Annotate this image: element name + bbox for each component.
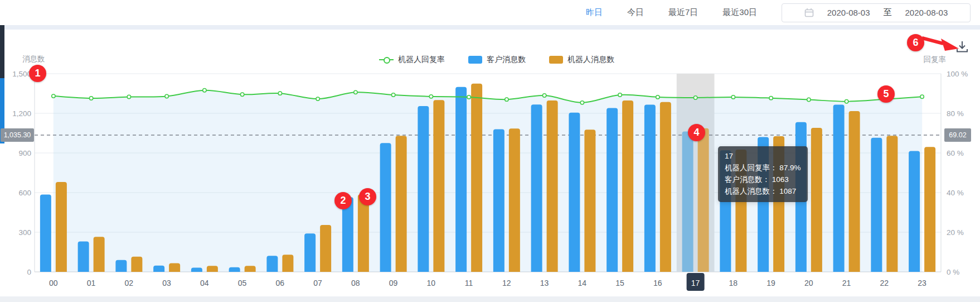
robot-messages-bar-11[interactable] — [471, 84, 482, 272]
x-axis-label-13: 13 — [540, 279, 549, 287]
reply-rate-point-13 — [542, 94, 546, 97]
customer-messages-bar-23[interactable] — [909, 151, 920, 272]
customer-messages-bar-13[interactable] — [531, 104, 542, 272]
reply-rate-point-16 — [656, 95, 659, 99]
annotation-badge-2: 2 — [334, 192, 352, 209]
robot-messages-bar-13[interactable] — [547, 100, 558, 272]
customer-messages-bar-11[interactable] — [455, 87, 467, 272]
x-axis-label-21: 21 — [842, 279, 851, 287]
reply-rate-point-17 — [693, 96, 697, 99]
x-axis-label-23: 23 — [918, 279, 926, 287]
robot-messages-bar-15[interactable] — [622, 100, 633, 272]
customer-messages-bar-05[interactable] — [229, 267, 240, 272]
right-tick-60: 60 % — [947, 149, 964, 157]
robot-messages-bar-17[interactable] — [698, 128, 709, 272]
robot-messages-bar-23[interactable] — [924, 147, 935, 272]
robot-messages-bar-21[interactable] — [849, 111, 860, 272]
customer-messages-bar-12[interactable] — [493, 129, 504, 272]
robot-messages-bar-06[interactable] — [282, 255, 293, 272]
x-axis-label-08: 08 — [351, 279, 360, 287]
right-axis-title: 回复率 — [914, 55, 946, 65]
x-axis-label-20: 20 — [804, 279, 813, 287]
robot-messages-bar-07[interactable] — [320, 225, 331, 272]
robot-messages-bar-01[interactable] — [94, 237, 105, 272]
robot-messages-bar-20[interactable] — [811, 128, 822, 272]
customer-messages-bar-10[interactable] — [418, 106, 429, 272]
x-axis-label-22: 22 — [880, 279, 889, 287]
customer-messages-bar-22[interactable] — [871, 138, 882, 272]
customer-messages-bar-03[interactable] — [153, 266, 164, 272]
robot-messages-bar-04[interactable] — [207, 266, 218, 272]
reply-rate-point-04 — [203, 89, 206, 92]
robot-messages-bar-02[interactable] — [131, 257, 142, 272]
reply-rate-point-12 — [505, 98, 508, 101]
robot-messages-bar-08[interactable] — [358, 195, 369, 272]
average-value-right-label: 69.02 — [944, 128, 971, 142]
left-tick-1500: 1,500 — [12, 70, 31, 78]
annotation-badge-6: 6 — [907, 34, 924, 51]
right-tick-100: 100 % — [947, 70, 968, 78]
reply-rate-point-00 — [52, 94, 55, 98]
x-axis-label-06: 06 — [276, 279, 285, 287]
left-tick-0: 0 — [27, 268, 31, 276]
customer-messages-bar-04[interactable] — [191, 267, 202, 272]
customer-messages-bar-21[interactable] — [833, 104, 845, 272]
legend-item-0[interactable]: 机器人回复率 — [379, 55, 445, 65]
reply-rate-point-01 — [89, 97, 93, 100]
left-tick-600: 600 — [18, 189, 31, 197]
legend-item-2[interactable]: 机器人消息数 — [549, 55, 614, 65]
robot-messages-bar-14[interactable] — [584, 130, 595, 272]
robot-messages-bar-16[interactable] — [660, 102, 671, 272]
customer-messages-bar-07[interactable] — [304, 233, 316, 272]
robot-messages-bar-10[interactable] — [433, 100, 444, 272]
reply-rate-point-09 — [391, 93, 395, 97]
customer-messages-bar-09[interactable] — [380, 143, 391, 272]
message-stats-chart: 0001020304050607080910111213141516171819… — [0, 0, 980, 302]
reply-rate-point-10 — [429, 95, 433, 98]
robot-messages-bar-22[interactable] — [886, 136, 897, 272]
x-axis-label-18: 18 — [729, 279, 738, 287]
x-axis-label-09: 09 — [389, 279, 398, 287]
customer-messages-bar-16[interactable] — [644, 105, 656, 272]
x-axis-label-02: 02 — [125, 279, 134, 287]
tooltip-line-0: 机器人回复率： 87.9% — [725, 162, 801, 174]
legend-item-1[interactable]: 客户消息数 — [468, 55, 526, 65]
reply-rate-point-15 — [618, 93, 622, 97]
reply-rate-point-02 — [127, 95, 130, 98]
annotation-badge-5: 5 — [877, 85, 895, 103]
reply-rate-point-03 — [165, 94, 168, 98]
customer-messages-bar-00[interactable] — [40, 195, 51, 272]
average-value-left-label: 1,035.30 — [1, 128, 34, 142]
left-axis-title: 消息数 — [22, 54, 45, 64]
legend-label: 客户消息数 — [487, 55, 526, 65]
reply-rate-point-07 — [316, 97, 319, 100]
robot-messages-bar-09[interactable] — [396, 136, 407, 272]
x-axis-label-14: 14 — [578, 279, 587, 287]
legend-bar-marker — [468, 56, 482, 64]
x-axis-label-03: 03 — [162, 279, 171, 287]
x-axis-label-19: 19 — [766, 279, 775, 287]
reply-rate-point-06 — [278, 92, 282, 95]
legend-bar-marker — [549, 56, 563, 64]
customer-messages-bar-15[interactable] — [607, 108, 618, 272]
reply-rate-point-21 — [845, 100, 848, 103]
customer-messages-bar-01[interactable] — [78, 242, 89, 272]
x-axis-label-12: 12 — [502, 279, 511, 287]
reply-rate-point-18 — [731, 95, 735, 99]
robot-messages-bar-05[interactable] — [245, 266, 256, 272]
customer-messages-bar-14[interactable] — [569, 113, 580, 272]
customer-messages-bar-02[interactable] — [115, 260, 127, 272]
tooltip-title: 17 — [725, 151, 801, 162]
chart-tooltip: 17 机器人回复率： 87.9%客户消息数： 1063机器人消息数： 1087 — [718, 146, 808, 202]
robot-messages-bar-00[interactable] — [56, 182, 67, 272]
robot-messages-bar-12[interactable] — [509, 128, 520, 272]
customer-messages-bar-06[interactable] — [266, 256, 278, 272]
customer-messages-bar-17[interactable] — [682, 131, 693, 272]
x-axis-label-11: 11 — [465, 279, 473, 287]
robot-messages-bar-03[interactable] — [169, 263, 180, 272]
x-axis-label-17: 17 — [691, 279, 700, 287]
x-axis-label-00: 00 — [49, 279, 58, 287]
right-tick-80: 80 % — [947, 109, 964, 118]
x-axis-label-16: 16 — [653, 279, 662, 287]
red-arrow-icon — [921, 35, 961, 55]
